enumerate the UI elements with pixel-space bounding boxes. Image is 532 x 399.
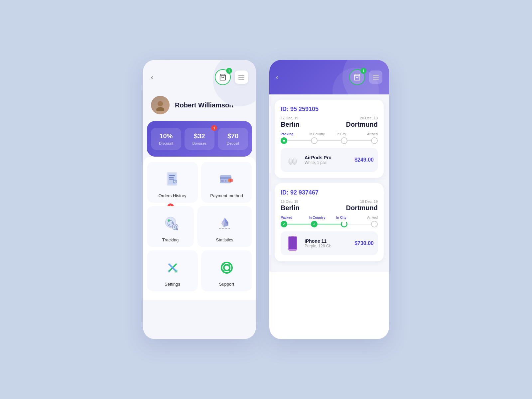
svg-rect-7 (169, 179, 174, 180)
track-label-incity-1: In City (329, 132, 353, 136)
stat-deposit-value: $70 (221, 132, 245, 140)
grid-row-3: Settings Support (147, 250, 252, 291)
svg-rect-6 (169, 177, 174, 178)
product-price-airpods: $249.00 (354, 157, 374, 163)
order-to-date-1: 20 Dec, 19 (360, 116, 378, 120)
svg-line-35 (223, 270, 224, 271)
tracking-labels-1: Packing In Country In City Arrived (281, 132, 378, 136)
product-desc-iphone: Purple, 128 Gb (305, 244, 350, 248)
t-dot-1-0 (281, 137, 287, 144)
product-row-1: AirPods Pro White, 1 pair $249.00 (281, 148, 378, 172)
order-to-date-2: 18 Dec, 19 (360, 200, 378, 203)
order-to-2: 18 Dec, 19 Dortmund (346, 200, 378, 212)
t-dot-1-2 (341, 137, 347, 144)
order-id-2: ID: 92 937467 (281, 189, 378, 196)
order-from-date-2: 15 Dec, 19 (281, 200, 300, 203)
tracking-section-1: Packing In Country In City Arrived (281, 132, 378, 144)
avatar (151, 96, 170, 114)
order-from-2: 15 Dec, 19 Berlin (281, 200, 300, 212)
tracking-label: Tracking (162, 237, 179, 242)
menu-tracking[interactable]: Tracking (147, 206, 194, 247)
order-card-2[interactable]: ID: 92 937467 15 Dec, 19 Berlin 18 Dec, … (275, 183, 384, 261)
cart-button-left[interactable]: 1 (215, 69, 231, 85)
order-to-city-2: Dortmund (346, 204, 378, 212)
svg-line-34 (229, 264, 230, 266)
order-card-1[interactable]: ID: 95 259105 17 Dec, 19 Berlin 20 Dec, … (275, 100, 384, 178)
stats-banner: 10% Discount 1 $32 Bonuses $70 Deposit (147, 121, 252, 157)
check-icon-1: ✓ (313, 222, 316, 226)
track-label-incity-2: In City (329, 216, 353, 219)
statistics-label: Statistics (216, 237, 233, 242)
stat-bonuses-label: Bonuses (188, 141, 211, 145)
order-route-1: 17 Dec, 19 Berlin 20 Dec, 19 Dortmund (281, 116, 378, 128)
t-dot-1-3 (371, 137, 378, 144)
check-icon-0: ✓ (283, 222, 285, 226)
cart-icon-left (219, 73, 226, 81)
track-label-packing: Packing (281, 132, 305, 136)
right-phone: ‹ 1 (269, 60, 389, 339)
t-dot-2-0: ✓ (281, 221, 287, 227)
orders-list: ID: 95 259105 17 Dec, 19 Berlin 20 Dec, … (269, 94, 389, 272)
tracking-dots-2: ✓ ✓ (281, 221, 378, 227)
payment-method-icon (216, 169, 237, 190)
order-route-2: 15 Dec, 19 Berlin 18 Dec, 19 Dortmund (281, 200, 378, 212)
grid-row-1: Orders History Payment method (147, 162, 252, 203)
svg-rect-42 (294, 157, 296, 162)
svg-rect-46 (289, 237, 297, 249)
menu-payment-method[interactable]: Payment method (201, 162, 252, 203)
tracking-labels-2: Packed In Country In City Arrived (281, 216, 378, 219)
screens-container: ‹ 1 (143, 60, 389, 339)
cart-badge-left: 1 (226, 68, 232, 74)
t-line-2-0 (287, 224, 311, 224)
back-button-left[interactable]: ‹ (151, 73, 153, 81)
cart-area-right: 1 (349, 69, 382, 85)
track-label-packed: Packed (281, 216, 305, 219)
menu-grid: Orders History Payment method (143, 157, 256, 300)
stat-bonuses-badge: 1 (211, 125, 217, 131)
t-dot-2-1: ✓ (311, 221, 318, 227)
cart-icon-right (353, 73, 361, 81)
t-dot-2-2 (341, 221, 347, 227)
cart-badge-right: 1 (360, 68, 366, 74)
stat-discount[interactable]: 10% Discount (151, 128, 181, 150)
header-purple: ‹ 1 (269, 60, 389, 94)
order-from-date-1: 17 Dec, 19 (281, 116, 300, 120)
svg-point-38 (283, 140, 285, 142)
stat-bonuses[interactable]: 1 $32 Bonuses (185, 128, 215, 150)
orders-history-label: Orders History (159, 193, 187, 198)
menu-orders-history[interactable]: Orders History (147, 162, 198, 203)
menu-settings[interactable]: Settings (147, 250, 198, 291)
menu-statistics[interactable]: Statistics (197, 206, 252, 247)
order-from-1: 17 Dec, 19 Berlin (281, 116, 300, 128)
menu-button-right[interactable] (369, 70, 382, 84)
t-dot-1-1 (311, 137, 318, 144)
menu-button-left[interactable] (235, 70, 248, 84)
svg-point-19 (171, 222, 173, 224)
svg-rect-14 (224, 181, 226, 182)
menu-icon-right (373, 75, 379, 79)
svg-point-16 (229, 179, 233, 182)
order-to-city-1: Dortmund (346, 121, 378, 128)
support-icon (216, 257, 237, 278)
stat-deposit[interactable]: $70 Deposit (218, 128, 248, 150)
product-img-airpods (285, 152, 301, 168)
stat-deposit-label: Deposit (221, 141, 245, 145)
grid-row-2: 2 (147, 206, 252, 247)
order-to-1: 20 Dec, 19 Dortmund (346, 116, 378, 128)
back-icon-right: ‹ (276, 73, 278, 81)
svg-point-22 (172, 224, 178, 230)
statistics-icon (214, 213, 235, 234)
menu-support[interactable]: Support (201, 250, 252, 291)
product-name-iphone: iPhone 11 (305, 238, 350, 244)
t-line-2-1 (318, 224, 341, 224)
cart-button-right[interactable]: 1 (349, 69, 365, 85)
svg-rect-13 (221, 181, 224, 182)
tracking-dots-1 (281, 137, 378, 144)
stat-discount-value: 10% (154, 132, 178, 140)
track-label-arrived-2: Arrived (353, 216, 378, 219)
svg-point-30 (168, 270, 171, 273)
back-button-right[interactable]: ‹ (276, 73, 278, 81)
svg-point-1 (158, 101, 163, 106)
settings-label: Settings (165, 282, 180, 287)
svg-point-20 (168, 224, 170, 225)
